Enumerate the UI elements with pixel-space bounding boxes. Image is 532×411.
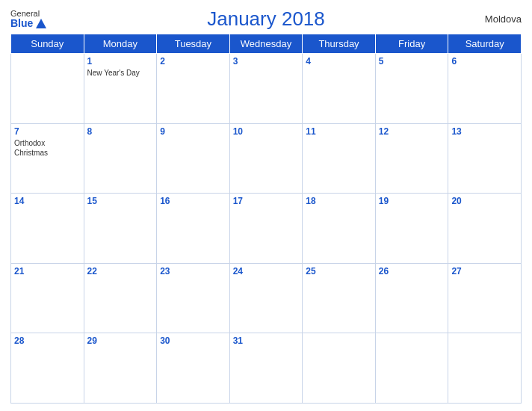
day-number: 30 bbox=[160, 336, 226, 346]
logo: General Blue bbox=[10, 9, 46, 29]
calendar-cell bbox=[375, 333, 448, 404]
calendar-cell: 20 bbox=[448, 194, 522, 264]
calendar-cell: 11 bbox=[303, 123, 376, 194]
calendar-cell: 13 bbox=[448, 123, 522, 194]
day-number: 9 bbox=[160, 126, 226, 137]
header-tuesday: Tuesday bbox=[157, 34, 230, 54]
calendar-cell: 7Orthodox Christmas bbox=[11, 123, 84, 194]
calendar-cell: 17 bbox=[229, 194, 303, 264]
day-number: 31 bbox=[233, 336, 300, 346]
day-number: 10 bbox=[233, 126, 300, 137]
calendar-cell: 10 bbox=[229, 123, 303, 194]
calendar-cell: 25 bbox=[303, 263, 376, 333]
day-number: 14 bbox=[14, 196, 81, 206]
day-number: 16 bbox=[160, 196, 226, 206]
calendar-cell: 28 bbox=[11, 333, 84, 404]
day-number: 25 bbox=[306, 266, 372, 276]
calendar-week-row: 14151617181920 bbox=[11, 194, 522, 264]
calendar-week-row: 21222324252627 bbox=[11, 263, 522, 333]
day-number: 1 bbox=[87, 56, 154, 67]
header-monday: Monday bbox=[84, 34, 157, 54]
day-number: 7 bbox=[14, 126, 81, 137]
calendar-week-row: 1New Year's Day23456 bbox=[11, 54, 522, 124]
day-number: 19 bbox=[379, 196, 445, 206]
calendar-week-row: 7Orthodox Christmas8910111213 bbox=[11, 123, 522, 194]
calendar-table: Sunday Monday Tuesday Wednesday Thursday… bbox=[10, 34, 522, 404]
day-number: 23 bbox=[160, 266, 226, 276]
header-sunday: Sunday bbox=[11, 34, 84, 54]
day-number: 27 bbox=[451, 266, 518, 276]
day-number: 4 bbox=[306, 56, 372, 67]
calendar-cell bbox=[11, 54, 84, 124]
day-number: 3 bbox=[233, 56, 300, 67]
day-number: 29 bbox=[87, 336, 154, 346]
country-label: Moldova bbox=[485, 13, 522, 25]
calendar-cell: 1New Year's Day bbox=[84, 54, 157, 124]
calendar-cell: 8 bbox=[84, 123, 157, 194]
logo-triangle-icon bbox=[36, 19, 46, 28]
day-number: 6 bbox=[451, 56, 518, 67]
calendar-cell: 23 bbox=[157, 263, 230, 333]
calendar-header: General Blue January 2018 Moldova bbox=[10, 7, 522, 31]
calendar-cell: 22 bbox=[84, 263, 157, 333]
calendar-cell: 9 bbox=[157, 123, 230, 194]
calendar-cell: 31 bbox=[229, 333, 303, 404]
calendar-wrapper: General Blue January 2018 Moldova Sunday… bbox=[0, 0, 532, 411]
holiday-label: Orthodox Christmas bbox=[14, 138, 81, 158]
calendar-cell: 19 bbox=[375, 194, 448, 264]
calendar-cell: 16 bbox=[157, 194, 230, 264]
calendar-cell: 24 bbox=[229, 263, 303, 333]
calendar-cell: 27 bbox=[448, 263, 522, 333]
day-number: 5 bbox=[379, 56, 445, 67]
header-saturday: Saturday bbox=[448, 34, 522, 54]
logo-blue-text: Blue bbox=[10, 18, 46, 29]
calendar-week-row: 28293031 bbox=[11, 333, 522, 404]
calendar-cell: 21 bbox=[11, 263, 84, 333]
day-number: 11 bbox=[306, 126, 372, 137]
day-number: 17 bbox=[233, 196, 300, 206]
day-number: 20 bbox=[451, 196, 518, 206]
header-wednesday: Wednesday bbox=[229, 34, 303, 54]
day-number: 8 bbox=[87, 126, 154, 137]
calendar-cell: 26 bbox=[375, 263, 448, 333]
calendar-cell: 5 bbox=[375, 54, 448, 124]
calendar-cell: 3 bbox=[229, 54, 303, 124]
day-number: 12 bbox=[379, 126, 445, 137]
day-number: 26 bbox=[379, 266, 445, 276]
calendar-cell: 6 bbox=[448, 54, 522, 124]
day-number: 22 bbox=[87, 266, 154, 276]
calendar-title: January 2018 bbox=[207, 7, 325, 31]
calendar-cell: 4 bbox=[303, 54, 376, 124]
day-number: 28 bbox=[14, 336, 81, 346]
day-number: 15 bbox=[87, 196, 154, 206]
holiday-label: New Year's Day bbox=[87, 68, 154, 78]
calendar-cell: 29 bbox=[84, 333, 157, 404]
day-number: 13 bbox=[451, 126, 518, 137]
header-thursday: Thursday bbox=[303, 34, 376, 54]
calendar-cell: 30 bbox=[157, 333, 230, 404]
day-number: 2 bbox=[160, 56, 226, 67]
calendar-cell: 18 bbox=[303, 194, 376, 264]
calendar-cell bbox=[303, 333, 376, 404]
weekday-header-row: Sunday Monday Tuesday Wednesday Thursday… bbox=[11, 34, 522, 54]
header-friday: Friday bbox=[375, 34, 448, 54]
day-number: 24 bbox=[233, 266, 300, 276]
calendar-cell bbox=[448, 333, 522, 404]
calendar-cell: 14 bbox=[11, 194, 84, 264]
day-number: 18 bbox=[306, 196, 372, 206]
calendar-cell: 15 bbox=[84, 194, 157, 264]
day-number: 21 bbox=[14, 266, 81, 276]
calendar-cell: 2 bbox=[157, 54, 230, 124]
calendar-cell: 12 bbox=[375, 123, 448, 194]
